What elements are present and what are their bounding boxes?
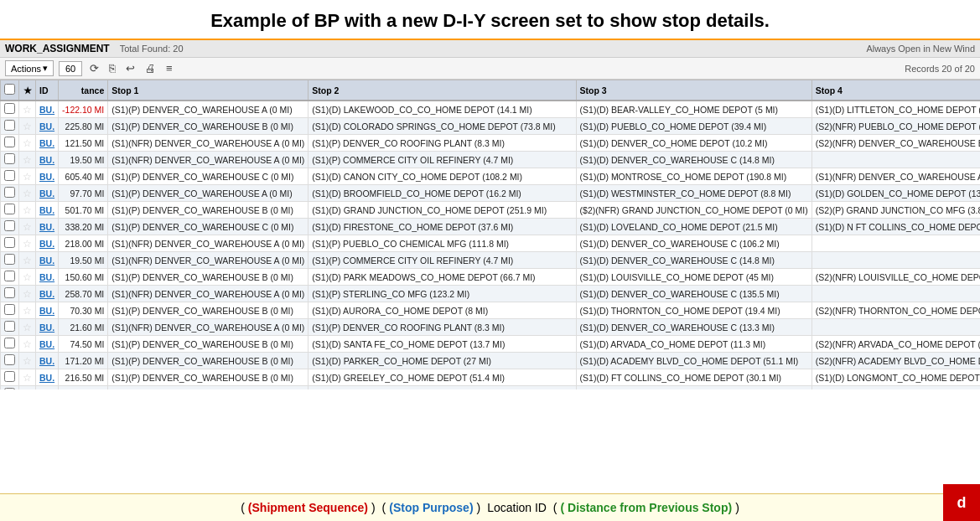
print-icon[interactable]: 🖨 (143, 61, 158, 75)
row-stop1: (S1)(P) DENVER_CO_WAREHOUSE B (0 MI) (108, 202, 309, 219)
row-stop2: (S1)(P) DENVER_CO ROOFING PLANT (8.3 MI) (309, 135, 576, 152)
row-stop3: (S1)(D) ARVADA_CO_HOME DEPOT (11.3 MI) (576, 336, 811, 353)
row-checkbox[interactable] (1, 302, 19, 319)
row-stop3: (S1)(D) DENVER_CO_WAREHOUSE C (14.8 MI) (576, 152, 811, 168)
row-stop4: (S1)(NFR) DENVER_CO_WAREHOUSE A (306.4 M… (811, 168, 980, 185)
row-star[interactable]: ☆ (19, 202, 36, 219)
row-id[interactable]: BU. (36, 386, 59, 390)
row-star[interactable]: ☆ (19, 252, 36, 269)
row-stop4: (S2)(P) GRAND JUNCTION_CO MFG (3.8 MI) (811, 202, 980, 219)
row-id[interactable]: BU. (36, 302, 59, 319)
row-stop3: (S1)(D) PUEBLO_CO_HOME DEPOT (39.4 MI) (576, 118, 811, 135)
row-star[interactable]: ☆ (19, 235, 36, 252)
row-checkbox[interactable] (1, 319, 19, 336)
row-checkbox[interactable] (1, 353, 19, 369)
row-id[interactable]: BU. (36, 101, 59, 118)
row-checkbox[interactable] (1, 235, 19, 252)
row-stop1: (S1)(NFR) DENVER_CO_WAREHOUSE A (0 MI) (108, 286, 309, 302)
row-checkbox[interactable] (1, 369, 19, 386)
row-stop2: (S1)(P) DENVER_CO ROOFING PLANT (8.3 MI) (309, 319, 576, 336)
row-star[interactable]: ☆ (19, 369, 36, 386)
row-stop2: (S1)(P) COMMERCE CITY OIL REFINERY (4.7 … (309, 252, 576, 269)
row-stop1: (S1)(P) DENVER_CO_WAREHOUSE B (0 MI) (108, 336, 309, 353)
row-star[interactable]: ☆ (19, 135, 36, 152)
refresh-icon[interactable]: ⟳ (87, 61, 101, 75)
row-star[interactable]: ☆ (19, 168, 36, 185)
row-id[interactable]: BU. (36, 118, 59, 135)
row-stop4: (S2)(NFR) ACADEMY BLVD_CO_HOME DEPOT (0 … (811, 353, 980, 369)
row-stop2: (S1)(D) CANON CITY_CO_HOME DEPOT (108.2 … (309, 168, 576, 185)
row-checkbox[interactable] (1, 202, 19, 219)
row-checkbox[interactable] (1, 269, 19, 286)
row-id[interactable]: BU. (36, 319, 59, 336)
row-stop4: (S2)(NFR) PUEBLO_CO_HOME DEPOT (0 MI) (811, 118, 980, 135)
header-stop1: Stop 1 (108, 80, 309, 101)
row-stop1: (S1)(P) DENVER_CO_WAREHOUSE C (0 MI) (108, 219, 309, 235)
table-row: ☆BU.21.60 MI(S1)(NFR) DENVER_CO_WAREHOUS… (1, 319, 981, 336)
row-id[interactable]: BU. (36, 185, 59, 202)
row-stop4: (S1)(D) LITTLETON_CO_HOME DEPOT (3.7 MI) (811, 101, 980, 118)
row-stop3: (S1)(D) DENVER_CO_WAREHOUSE C (135.5 MI) (576, 286, 811, 302)
row-checkbox[interactable] (1, 135, 19, 152)
row-stop4: (S2)(NFR) ARVADA_CO_HOME DEPOT (0 MI) (811, 336, 980, 353)
row-id[interactable]: BU. (36, 135, 59, 152)
row-stop3: (S1)(D) DENVER_CO_WAREHOUSE C (106.2 MI) (576, 235, 811, 252)
row-star[interactable]: ☆ (19, 152, 36, 168)
row-checkbox[interactable] (1, 219, 19, 235)
row-star[interactable]: ☆ (19, 302, 36, 319)
row-star[interactable]: ☆ (19, 118, 36, 135)
header-checkbox[interactable] (1, 80, 19, 101)
row-checkbox[interactable] (1, 101, 19, 118)
row-id[interactable]: BU. (36, 152, 59, 168)
records-info: Records 20 of 20 (905, 64, 975, 74)
table-row: ☆BU.19.50 MI(S1)(NFR) DENVER_CO_WAREHOUS… (1, 252, 981, 269)
row-checkbox[interactable] (1, 185, 19, 202)
row-star[interactable]: ☆ (19, 353, 36, 369)
row-id[interactable]: BU. (36, 286, 59, 302)
row-id[interactable]: BU. (36, 219, 59, 235)
row-checkbox[interactable] (1, 386, 19, 390)
row-id[interactable]: BU. (36, 369, 59, 386)
row-id[interactable]: BU. (36, 269, 59, 286)
row-star[interactable]: ☆ (19, 101, 36, 118)
row-id[interactable]: BU. (36, 235, 59, 252)
row-stop2: (S1)(D) SW COLORADO SPRINGS_CO_HOME DEPO… (309, 386, 576, 390)
row-id[interactable]: BU. (36, 202, 59, 219)
row-checkbox[interactable] (1, 286, 19, 302)
row-star[interactable]: ☆ (19, 336, 36, 353)
table-row: ☆BU.150.60 MI(S1)(P) DENVER_CO_WAREHOUSE… (1, 269, 981, 286)
row-distance: 247.00 MI (59, 386, 108, 390)
row-id[interactable]: BU. (36, 168, 59, 185)
row-checkbox[interactable] (1, 252, 19, 269)
export-icon[interactable]: ≡ (163, 61, 175, 75)
actions-button[interactable]: Actions ▾ (5, 60, 54, 76)
row-stop2: (S1)(D) COLORADO SPRINGS_CO_HOME DEPOT (… (309, 118, 576, 135)
row-star[interactable]: ☆ (19, 219, 36, 235)
copy-icon[interactable]: ⎘ (106, 61, 118, 75)
header-stop3: Stop 3 (576, 80, 811, 101)
row-distance: 150.60 MI (59, 269, 108, 286)
row-distance: 218.00 MI (59, 235, 108, 252)
row-star[interactable]: ☆ (19, 269, 36, 286)
row-star[interactable]: ☆ (19, 185, 36, 202)
row-id[interactable]: BU. (36, 353, 59, 369)
row-distance: 171.20 MI (59, 353, 108, 369)
always-open-label: Always Open in New Wind (866, 44, 975, 54)
row-stop2: (S1)(D) FIRESTONE_CO_HOME DEPOT (37.6 MI… (309, 219, 576, 235)
row-id[interactable]: BU. (36, 252, 59, 269)
row-checkbox[interactable] (1, 152, 19, 168)
row-checkbox[interactable] (1, 168, 19, 185)
undo-icon[interactable]: ↩ (123, 61, 137, 75)
row-star[interactable]: ☆ (19, 319, 36, 336)
row-stop3: (S1)(D) LOVELAND_CO_HOME DEPOT (21.5 MI) (576, 219, 811, 235)
row-checkbox[interactable] (1, 336, 19, 353)
row-stop4: (S2)(NFR) THORNTON_CO_HOME DEPOT (0 MI) (811, 302, 980, 319)
table-row: ☆BU.216.50 MI(S1)(P) DENVER_CO_WAREHOUSE… (1, 369, 981, 386)
row-stop4: (S1)(D) GOLDEN_CO_HOME DEPOT (13.5 MI) (811, 185, 980, 202)
row-id[interactable]: BU. (36, 336, 59, 353)
row-star[interactable]: ☆ (19, 286, 36, 302)
row-checkbox[interactable] (1, 118, 19, 135)
row-star[interactable]: ☆ (19, 386, 36, 390)
work-assignment-label: WORK_ASSIGNMENT (5, 43, 110, 54)
row-stop2: (S1)(D) SANTA FE_CO_HOME DEPOT (13.7 MI) (309, 336, 576, 353)
